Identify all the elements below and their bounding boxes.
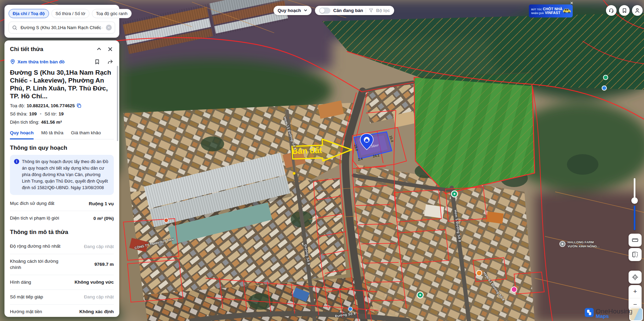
- support-headset-button[interactable]: [606, 5, 617, 16]
- row-label: Khoảng cách tới đường chính: [10, 258, 70, 271]
- tab-parcel-sheet[interactable]: Số thừa / Số tờ: [51, 9, 89, 18]
- tab-corner-coords[interactable]: Toạ độ góc ranh: [92, 9, 132, 18]
- close-icon[interactable]: [106, 45, 114, 53]
- row-label: Mục đích sử dụng đất: [10, 200, 54, 207]
- search-box[interactable]: ✕: [9, 22, 115, 34]
- sheet-number-label: Số tờ:: [45, 111, 57, 116]
- person-icon: [634, 8, 640, 13]
- planning-heading: Thông tin quy hoạch: [10, 145, 114, 151]
- row-value: Không xác định: [80, 309, 114, 314]
- collapse-chevron-up-icon[interactable]: [95, 45, 103, 53]
- top-right-actions: [606, 5, 643, 16]
- share-icon[interactable]: [106, 58, 114, 65]
- zoom-buttons: + −: [629, 285, 642, 311]
- row-value: 9769.7 m: [94, 262, 114, 267]
- view-on-map-link[interactable]: Xem thửa trên bản đồ: [17, 59, 64, 64]
- row-label: Hướng mặt tiền: [10, 309, 42, 315]
- onehousing-logo-icon: [585, 308, 594, 317]
- ruler-icon: [631, 236, 639, 244]
- row-facade-direction: Hướng mặt tiền Không xác định: [10, 305, 114, 317]
- chevron-down-icon: [304, 9, 307, 12]
- row-label: Hình dáng: [10, 279, 31, 285]
- planning-notice: i Thông tin quy hoạch được lấy theo đồ á…: [10, 155, 114, 195]
- slider-track-upper[interactable]: [634, 178, 635, 200]
- tab-planning[interactable]: Quy hoạch: [10, 129, 34, 139]
- sheet-number-value: 19: [59, 111, 64, 116]
- poi-label-farm-2: VƯỜN XINH NÔNG...: [568, 244, 600, 248]
- parcel-number-label: Số thửa:: [10, 111, 27, 116]
- row-distance-main-road: Khoảng cách tới đường chính 9769.7 m: [10, 254, 114, 275]
- measure-tool-button[interactable]: [629, 234, 642, 247]
- gps-locate-icon: [631, 273, 639, 281]
- search-icon: [12, 25, 17, 30]
- row-value: 0 m² (0%): [93, 216, 114, 221]
- row-value: Ruộng 1 vụ: [89, 201, 114, 206]
- ad-line1-prefix: BỨT TỐC: [531, 8, 542, 11]
- parcel-address: Đường S (Khu 30,1Ha Nam Rạch Chiếc - Lak…: [10, 69, 114, 100]
- row-shape: Hình dáng Không vuông vức: [10, 275, 114, 290]
- ad-line2-prefix: NHẬN QUÀ: [531, 12, 544, 14]
- brand-logo: OneHousing Maps: [585, 308, 633, 319]
- parcel-detail-panel: Chi tiết thửa Xem thửa trên bản đồ Đường…: [4, 40, 119, 317]
- compare-icon: [631, 251, 639, 258]
- row-adjacent-sides: Số mặt tiếp giáp Đang cập nhật: [10, 290, 114, 305]
- search-input[interactable]: [20, 25, 104, 30]
- tab-description[interactable]: Mô tả thửa: [41, 129, 63, 139]
- listings-toggle-label: Căn đang bán: [333, 8, 363, 13]
- headset-icon: [608, 8, 614, 13]
- panel-title: Chi tiết thửa: [10, 46, 92, 52]
- parcel-number-value: 109: [29, 111, 37, 116]
- slider-knob[interactable]: [631, 197, 638, 204]
- panel-scrollbar[interactable]: [117, 66, 118, 141]
- onehousing-maps-app: 18.0 24.1 15.4 2.4 461.56m² Bán đất Hẻm …: [0, 0, 644, 321]
- tab-address-coords[interactable]: Địa chỉ / Toạ độ: [9, 9, 49, 18]
- layers-dropdown[interactable]: Quy hoạch: [274, 6, 312, 15]
- vinfast-ad-banner[interactable]: BỨT TỐCCHỐT NHÀ NHẬN QUÀVINFAST ✕: [529, 4, 573, 17]
- row-value: Đang cập nhật: [84, 294, 114, 299]
- tab-reference-price[interactable]: Giá tham khảo: [71, 129, 101, 139]
- account-button[interactable]: [632, 5, 643, 16]
- total-area-label: Diện tích tổng:: [10, 120, 39, 125]
- listings-filter-pill: Căn đang bán Bộ lọc: [315, 6, 394, 15]
- description-heading: Thông tin mô tả thửa: [10, 229, 114, 236]
- info-icon: i: [14, 159, 19, 164]
- poi-label-farm-1: HALLONG FARM: [568, 240, 594, 244]
- map-toolbar: Quy hoạch Căn đang bán Bộ lọc: [274, 6, 394, 15]
- detail-tabs: Quy hoạch Mô tả thửa Giá tham khảo: [10, 129, 114, 139]
- filter-funnel-icon: [369, 8, 373, 13]
- row-value: Không vuông vức: [74, 280, 114, 285]
- row-value: Đang cập nhật: [84, 244, 114, 249]
- copy-icon[interactable]: [76, 103, 82, 108]
- total-area-value: 461.56 m²: [41, 120, 62, 125]
- row-violation-area: Diện tích vi phạm lộ giới 0 m² (0%): [10, 211, 114, 225]
- row-min-road-width: Độ rộng đường nhỏ nhất Đang cập nhật: [10, 239, 114, 254]
- coords-label: Toạ độ:: [10, 103, 25, 108]
- map-zoom-slider[interactable]: [634, 178, 635, 230]
- bookmark-icon[interactable]: [93, 58, 101, 65]
- layers-label: Quy hoạch: [278, 8, 301, 13]
- bookmark-icon: [622, 8, 627, 13]
- ad-line2: VINFAST: [545, 11, 561, 15]
- brand-product: Maps: [596, 313, 633, 319]
- slider-track-lower[interactable]: [634, 206, 635, 230]
- filter-button[interactable]: Bộ lọc: [376, 8, 390, 13]
- yellow-dot-marker: [293, 172, 295, 175]
- row-land-use: Mục đích sử dụng đất Ruộng 1 vụ: [10, 196, 114, 211]
- ad-close-icon[interactable]: ✕: [570, 1, 573, 5]
- location-pin-icon: [10, 59, 15, 64]
- search-mode-tabs: Địa chỉ / Toạ độ Số thừa / Số tờ Toạ độ …: [9, 9, 115, 18]
- divider: [366, 8, 366, 13]
- clear-search-icon[interactable]: ✕: [106, 25, 112, 30]
- listings-toggle[interactable]: [319, 8, 330, 14]
- zoom-in-button[interactable]: +: [629, 285, 642, 298]
- row-label: Độ rộng đường nhỏ nhất: [10, 243, 60, 249]
- locate-me-button[interactable]: [629, 271, 642, 284]
- planning-notice-text: Thông tin quy hoạch được lấy theo đồ án …: [22, 159, 110, 191]
- car-illustration: [562, 6, 571, 16]
- saved-bookmark-button[interactable]: [619, 5, 630, 16]
- row-label: Số mặt tiếp giáp: [10, 294, 43, 300]
- bullet-separator: •: [40, 111, 41, 116]
- row-label: Diện tích vi phạm lộ giới: [10, 215, 59, 221]
- compare-layers-button[interactable]: [629, 248, 642, 261]
- search-panel: Địa chỉ / Toạ độ Số thừa / Số tờ Toạ độ …: [4, 5, 119, 38]
